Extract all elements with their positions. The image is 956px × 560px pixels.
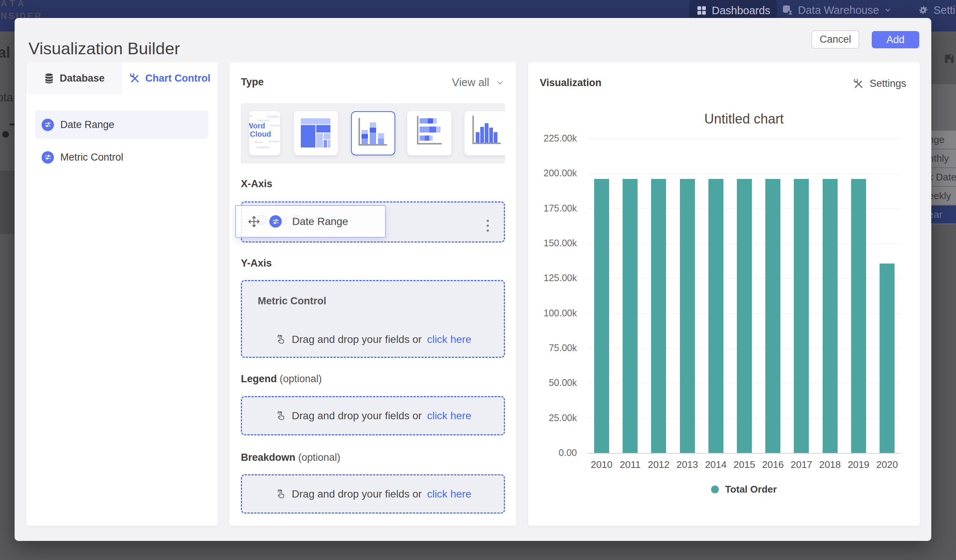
field-item-metric-control[interactable]: Metric Control	[35, 143, 208, 171]
y-axis-tick-label: 25.00k	[528, 413, 577, 424]
x-axis-line	[587, 453, 901, 454]
x-axis-tick-label: 2013	[672, 459, 702, 471]
click-hand-icon	[275, 334, 286, 345]
x-axis-tick-label: 2011	[615, 459, 645, 471]
bar-2015[interactable]	[737, 179, 752, 453]
modal-title: Visualization Builder	[28, 39, 180, 58]
bar-2020[interactable]	[880, 264, 895, 453]
background-dash-fragment	[10, 124, 15, 125]
y-axis-tick-label: 50.00k	[528, 377, 577, 388]
y-axis-dropzone[interactable]: Metric Control Drag and drop your fields…	[241, 280, 505, 358]
y-axis-tick-label: 0.00	[528, 447, 577, 458]
x-axis-tick-label: 2019	[844, 459, 874, 471]
y-axis-tick-label: 200.00k	[528, 168, 577, 179]
x-axis-dropzone[interactable]: Date Range Date Range	[241, 201, 505, 243]
word-cloud-thumb-text: iness	[249, 114, 253, 118]
x-axis-section-label: X-Axis	[241, 178, 272, 190]
x-axis-tick-label: 2015	[730, 459, 759, 471]
x-axis-tick-label: 2016	[758, 459, 788, 471]
y-axis-tick-label: 75.00k	[528, 342, 577, 353]
x-axis-tick-label: 2010	[586, 459, 616, 471]
chart-type-stacked-bar[interactable]	[407, 111, 451, 155]
move-icon	[247, 215, 261, 228]
data-warehouse-icon	[781, 4, 793, 16]
metric-control-icon	[42, 151, 54, 163]
date-range-icon	[269, 215, 282, 227]
bar-2012[interactable]	[651, 179, 666, 453]
nav-settings[interactable]: Setti	[917, 3, 955, 17]
word-cloud-thumb-text: ming	[249, 135, 253, 138]
view-all-dropdown[interactable]: View all	[452, 76, 505, 89]
bar-2016[interactable]	[765, 179, 780, 453]
tab-database[interactable]: Database	[26, 62, 122, 94]
tab-database-label: Database	[60, 73, 105, 84]
gridline	[587, 173, 901, 174]
tools-icon	[129, 73, 140, 84]
logo-line-1: ATA	[1, 0, 42, 9]
click-here-link[interactable]: click here	[427, 334, 471, 345]
chevron-down-icon	[884, 6, 892, 14]
click-here-link[interactable]: click here	[427, 410, 471, 422]
background-bullet	[2, 131, 9, 138]
legend-series-name: Total Order	[725, 484, 777, 495]
breakdown-section-label: Breakdown (optional)	[241, 452, 341, 463]
visualization-panel: Visualization Settings Untitled chart 0.…	[528, 62, 920, 526]
chart-type-word-cloud[interactable]: Word Cloud inessAnalyticsKeyLabsPanningS…	[249, 111, 280, 155]
tab-chart-control[interactable]: Chart Control	[122, 62, 218, 94]
bar-2017[interactable]	[794, 179, 809, 453]
bar-2014[interactable]	[708, 179, 723, 453]
drop-text: Drag and drop your fields or	[292, 410, 422, 422]
bar-2011[interactable]	[623, 179, 638, 453]
chart-type-selector: Word Cloud inessAnalyticsKeyLabsPanningS…	[241, 103, 505, 163]
visualization-builder-modal: Visualization Builder Cancel Add Databas…	[15, 18, 931, 541]
y-axis-tick-label: 125.00k	[528, 273, 577, 283]
chart-type-histogram[interactable]	[464, 111, 505, 155]
save-icon	[943, 52, 956, 65]
cancel-button[interactable]: Cancel	[811, 30, 859, 49]
dragged-field-label: Date Range	[292, 216, 348, 227]
gear-icon	[917, 4, 929, 16]
database-icon	[44, 73, 55, 84]
field-item-label: Metric Control	[60, 152, 123, 163]
click-hand-icon	[275, 488, 286, 500]
click-here-link[interactable]: click here	[427, 488, 471, 500]
field-item-label: Date Range	[60, 119, 114, 131]
y-zone-title: Metric Control	[258, 295, 326, 307]
tab-chart-control-label: Chart Control	[145, 73, 211, 84]
bar-2013[interactable]	[680, 179, 695, 453]
nav-data-warehouse[interactable]: Data Warehouse	[781, 3, 892, 17]
word-cloud-thumb-text: Distributor	[256, 146, 269, 149]
field-item-date-range[interactable]: Date Range	[35, 110, 208, 139]
kebab-menu-icon[interactable]	[487, 220, 489, 232]
fields-tabbar: Database Chart Control	[26, 62, 218, 94]
chart-type-treemap[interactable]	[294, 111, 338, 155]
chart-legend[interactable]: Total Order	[587, 484, 901, 495]
bar-2018[interactable]	[822, 179, 838, 453]
nav-settings-label: Setti	[934, 4, 955, 16]
chart-type-stacked-column[interactable]	[351, 111, 395, 155]
drop-text: Drag and drop your fields or	[292, 488, 422, 500]
type-section-label: Type	[241, 76, 264, 88]
word-cloud-thumb-text: eComm	[269, 140, 279, 143]
background-panel-fragment	[0, 170, 15, 234]
breakdown-dropzone[interactable]: Drag and drop your fields or click here	[241, 474, 505, 514]
bar-chart: Untitled chart 0.0025.00k50.00k75.00k100…	[528, 62, 920, 526]
word-cloud-thumb-text: Panning	[271, 124, 280, 127]
bar-2010[interactable]	[594, 179, 609, 453]
dashboards-grid-icon	[696, 5, 707, 16]
chevron-down-icon	[495, 78, 505, 88]
add-label: Add	[886, 34, 904, 45]
y-axis-tick-label: 225.00k	[528, 133, 577, 144]
fields-panel: Database Chart Control Date Range Metric…	[26, 62, 218, 526]
add-button[interactable]: Add	[872, 31, 919, 48]
bar-2019[interactable]	[851, 179, 866, 453]
dragged-field-date-range[interactable]: Date Range	[235, 205, 386, 238]
y-axis-tick-label: 175.00k	[528, 203, 577, 214]
word-cloud-thumb-text: Analytics	[267, 115, 279, 118]
gridline	[587, 138, 901, 139]
view-all-label: View all	[452, 76, 489, 89]
word-cloud-thumb-text: Word	[249, 122, 265, 130]
y-axis-section-label: Y-Axis	[241, 257, 272, 269]
legend-dropzone[interactable]: Drag and drop your fields or click here	[241, 396, 505, 435]
chart-title: Untitled chart	[587, 111, 901, 127]
